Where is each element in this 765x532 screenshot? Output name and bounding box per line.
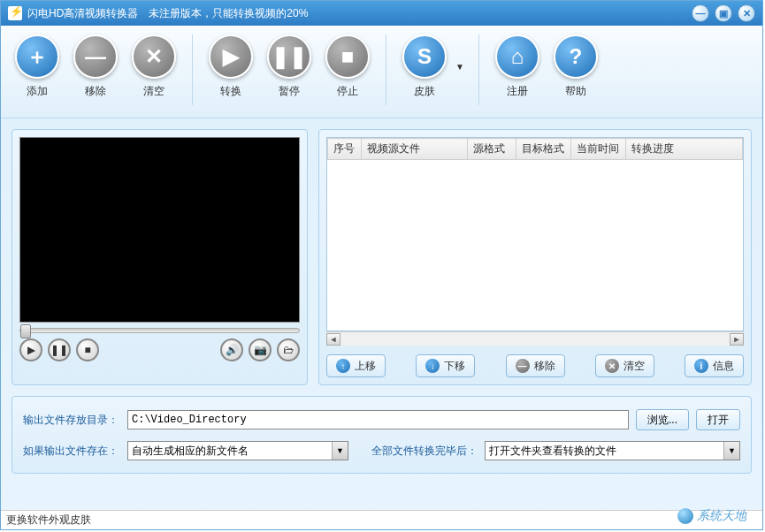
arrow-up-icon: ↑ bbox=[336, 359, 350, 373]
info-icon: i bbox=[694, 359, 708, 373]
output-dir-label: 输出文件存放目录： bbox=[23, 413, 120, 428]
col-source[interactable]: 视频源文件 bbox=[362, 139, 468, 160]
preview-controls: ▶ ❚❚ ■ 🔊 📷 🗁 bbox=[19, 338, 300, 361]
skin-icon: S bbox=[402, 34, 447, 79]
move-down-button[interactable]: ↓ 下移 bbox=[416, 354, 475, 377]
settings-panel: 输出文件存放目录： 浏览... 打开 如果输出文件存在： 自动生成相应的新文件名… bbox=[11, 396, 752, 474]
snapshot-button[interactable]: 📷 bbox=[249, 338, 272, 361]
x-icon: ✕ bbox=[605, 359, 619, 373]
folder-button[interactable]: 🗁 bbox=[277, 338, 300, 361]
play-icon: ▶ bbox=[209, 34, 253, 79]
close-button[interactable]: ✕ bbox=[738, 4, 755, 22]
status-text: 更换软件外观皮肤 bbox=[6, 513, 91, 528]
separator bbox=[192, 34, 193, 105]
col-index[interactable]: 序号 bbox=[328, 139, 362, 160]
content-area: ▶ ❚❚ ■ 🔊 📷 🗁 序号 视频源文件 源格式 目标格式 bbox=[1, 118, 762, 396]
add-button[interactable]: ＋ 添加 bbox=[13, 34, 61, 99]
volume-button[interactable]: 🔊 bbox=[220, 338, 243, 361]
register-button[interactable]: ⌂ 注册 bbox=[493, 34, 541, 99]
app-title: 闪电HD高清视频转换器 未注册版本，只能转换视频的20% bbox=[27, 6, 308, 21]
convert-button[interactable]: ▶ 转换 bbox=[207, 34, 255, 99]
scroll-right[interactable]: ► bbox=[730, 333, 744, 346]
scroll-left[interactable]: ◄ bbox=[326, 333, 340, 346]
chevron-down-icon: ▼ bbox=[723, 442, 739, 460]
minus-icon: — bbox=[73, 34, 118, 79]
statusbar: 更换软件外观皮肤 bbox=[1, 510, 762, 529]
open-button[interactable]: 打开 bbox=[696, 409, 740, 430]
question-icon: ? bbox=[554, 34, 598, 79]
separator bbox=[478, 34, 479, 105]
horizontal-scrollbar[interactable]: ◄ ► bbox=[326, 331, 744, 346]
col-tgtfmt[interactable]: 目标格式 bbox=[516, 139, 571, 160]
separator bbox=[386, 34, 386, 105]
main-toolbar: ＋ 添加 — 移除 ✕ 清空 ▶ 转换 ❚❚ 暂停 ■ bbox=[1, 26, 762, 118]
output-dir-input[interactable] bbox=[127, 410, 629, 429]
preview-panel: ▶ ❚❚ ■ 🔊 📷 🗁 bbox=[11, 129, 308, 385]
maximize-button[interactable]: ▣ bbox=[715, 4, 732, 22]
browse-button[interactable]: 浏览... bbox=[636, 409, 689, 430]
after-label: 全部文件转换完毕后： bbox=[371, 444, 478, 459]
stop-button[interactable]: ■ 停止 bbox=[324, 34, 371, 99]
remove-button[interactable]: — 移除 bbox=[72, 34, 119, 99]
watermark: 系统天地 bbox=[677, 508, 746, 524]
minus-icon: — bbox=[516, 359, 530, 373]
preview-stop-button[interactable]: ■ bbox=[76, 338, 99, 361]
app-window: 闪电HD高清视频转换器 未注册版本，只能转换视频的20% — ▣ ✕ ＋ 添加 … bbox=[0, 0, 763, 530]
skin-button[interactable]: S 皮肤 bbox=[401, 34, 448, 99]
file-table-wrap: 序号 视频源文件 源格式 目标格式 当前时间 转换进度 bbox=[326, 137, 744, 331]
video-preview[interactable] bbox=[19, 137, 300, 323]
file-list-panel: 序号 视频源文件 源格式 目标格式 当前时间 转换进度 ◄ ► bbox=[318, 129, 752, 385]
exists-combo[interactable]: 自动生成相应的新文件名 ▼ bbox=[127, 441, 348, 460]
preview-play-button[interactable]: ▶ bbox=[19, 338, 42, 361]
col-srcfmt[interactable]: 源格式 bbox=[468, 139, 516, 160]
exists-label: 如果输出文件存在： bbox=[23, 444, 120, 459]
minimize-button[interactable]: — bbox=[692, 4, 709, 22]
after-combo[interactable]: 打开文件夹查看转换的文件 ▼ bbox=[485, 441, 740, 460]
chevron-down-icon: ▼ bbox=[332, 442, 348, 460]
preview-pause-button[interactable]: ❚❚ bbox=[48, 338, 71, 361]
seek-slider[interactable] bbox=[19, 328, 300, 333]
col-time[interactable]: 当前时间 bbox=[571, 139, 626, 160]
stop-icon: ■ bbox=[325, 34, 370, 79]
move-up-button[interactable]: ↑ 上移 bbox=[326, 354, 386, 377]
pause-icon: ❚❚ bbox=[267, 34, 311, 79]
clear-button[interactable]: ✕ 清空 bbox=[130, 34, 178, 99]
window-controls: — ▣ ✕ bbox=[692, 4, 755, 22]
list-remove-button[interactable]: — 移除 bbox=[506, 354, 565, 377]
titlebar: 闪电HD高清视频转换器 未注册版本，只能转换视频的20% — ▣ ✕ bbox=[1, 1, 762, 26]
col-progress[interactable]: 转换进度 bbox=[626, 139, 743, 160]
plus-icon: ＋ bbox=[15, 34, 59, 79]
skin-dropdown[interactable]: ▼ bbox=[455, 62, 464, 72]
globe-icon bbox=[677, 508, 693, 524]
app-icon bbox=[8, 6, 22, 20]
list-clear-button[interactable]: ✕ 清空 bbox=[595, 354, 654, 377]
info-button[interactable]: i 信息 bbox=[685, 354, 744, 377]
x-icon: ✕ bbox=[132, 34, 176, 79]
pause-button[interactable]: ❚❚ 暂停 bbox=[265, 34, 313, 99]
home-icon: ⌂ bbox=[495, 34, 539, 79]
file-table[interactable]: 序号 视频源文件 源格式 目标格式 当前时间 转换进度 bbox=[327, 138, 743, 160]
arrow-down-icon: ↓ bbox=[425, 359, 440, 373]
help-button[interactable]: ? 帮助 bbox=[552, 34, 600, 99]
list-actions: ↑ 上移 ↓ 下移 — 移除 ✕ 清空 i 信息 bbox=[326, 354, 744, 377]
